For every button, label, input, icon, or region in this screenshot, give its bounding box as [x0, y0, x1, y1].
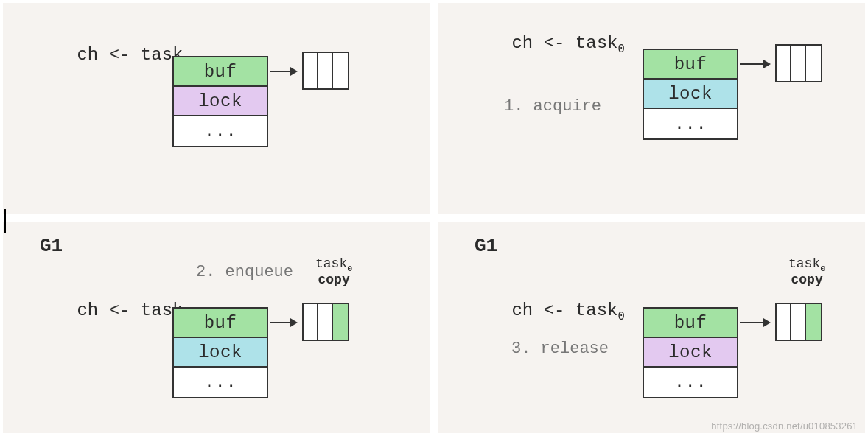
buffer-slot: [304, 304, 318, 340]
buf-arrow: [270, 322, 296, 323]
goroutine-label: G1: [475, 235, 497, 257]
buffer-slot-filled: [333, 304, 348, 340]
buf-arrow: [740, 322, 769, 323]
buffer-slot: [304, 53, 318, 88]
buffer-slot-filled: [806, 304, 821, 340]
struct-field-lock: lock: [644, 338, 737, 368]
code-channel-send: ch <- task0: [13, 25, 190, 88]
buffer-slot: [806, 46, 821, 81]
buffer-slots: [775, 44, 822, 82]
channel-struct: buf lock ...: [643, 307, 738, 398]
struct-field-rest: ...: [644, 368, 737, 397]
buffer-slot: [318, 53, 333, 88]
buf-arrow: [740, 63, 769, 65]
buf-arrow: [270, 71, 296, 72]
struct-field-buf: buf: [644, 50, 737, 80]
step-annotation: 1. acquire: [504, 97, 601, 116]
code-channel-send: ch <- task0: [448, 281, 625, 343]
buffer-slot: [318, 304, 333, 340]
channel-struct: buf lock ...: [172, 56, 268, 147]
struct-field-lock: lock: [174, 338, 267, 368]
panel-0: ch <- task0 buf lock ...: [3, 3, 430, 214]
struct-field-buf: buf: [174, 309, 267, 338]
code-channel-send: ch <- task0: [448, 13, 625, 76]
struct-field-buf: buf: [644, 309, 737, 338]
buffer-slot: [777, 46, 791, 81]
code-channel-send: ch <- task0: [13, 281, 190, 343]
struct-field-rest: ...: [174, 368, 267, 397]
buffer-slot: [333, 53, 348, 88]
buffer-slots: [775, 303, 822, 341]
buffer-slot: [791, 304, 806, 340]
buffer-slot: [791, 46, 806, 81]
step-annotation: 2. enqueue: [196, 263, 293, 281]
panel-2: G1 ch <- task0 2. enqueue buf lock ... t…: [3, 222, 430, 433]
panel-3: G1 ch <- task0 3. release buf lock ... t…: [438, 222, 865, 433]
buffer-slots: [302, 52, 349, 90]
struct-field-rest: ...: [174, 116, 267, 146]
struct-field-lock: lock: [174, 87, 267, 116]
struct-field-rest: ...: [644, 109, 737, 138]
panel-1: ch <- task0 1. acquire buf lock ...: [438, 3, 865, 214]
watermark-text: https://blog.csdn.net/u010853261: [711, 421, 858, 432]
channel-struct: buf lock ...: [643, 49, 738, 140]
buffer-task-copy-label: task0 copy: [788, 257, 825, 288]
struct-field-lock: lock: [644, 80, 737, 109]
buffer-task-copy-label: task0 copy: [315, 257, 352, 288]
channel-struct: buf lock ...: [172, 307, 268, 398]
struct-field-buf: buf: [174, 57, 267, 87]
step-annotation: 3. release: [511, 340, 609, 358]
diagram-grid: ch <- task0 buf lock ... ch <- task0 1. …: [0, 0, 868, 436]
text-cursor: [4, 209, 6, 233]
goroutine-label: G1: [40, 235, 63, 257]
buffer-slot: [777, 304, 791, 340]
buffer-slots: [302, 303, 349, 341]
